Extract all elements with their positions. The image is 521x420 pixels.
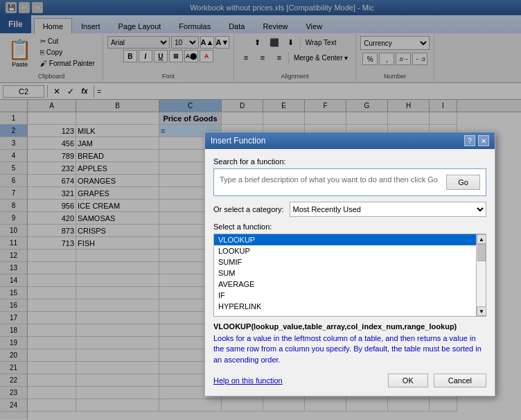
func-description: Looks for a value in the leftmost column… <box>213 333 486 365</box>
modal-footer: Help on this function OK Cancel <box>213 371 486 387</box>
modal-close-icon[interactable]: ✕ <box>478 135 489 146</box>
search-row: Type a brief description of what you wan… <box>220 175 480 190</box>
function-label: Select a function: <box>213 222 486 231</box>
category-label: Or select a category: <box>213 205 284 213</box>
func-syntax: VLOOKUP(lookup_value,table_array,col_ind… <box>213 322 486 331</box>
scroll-thumb[interactable] <box>477 244 486 261</box>
func-item-sum[interactable]: SUM <box>214 268 486 279</box>
func-item-average[interactable]: AVERAGE <box>214 279 486 290</box>
modal-help-icon[interactable]: ? <box>464 135 475 146</box>
category-row: Or select a category: Most Recently Used… <box>213 202 486 217</box>
search-label: Search for a function: <box>213 157 486 166</box>
func-item-sumif[interactable]: SUMIF <box>214 256 486 268</box>
func-item-if[interactable]: IF <box>214 290 486 301</box>
func-item-hyperlink[interactable]: HYPERLINK <box>214 301 486 312</box>
modal-title: Insert Function <box>211 136 265 146</box>
modal-footer-buttons: OK Cancel <box>388 374 486 387</box>
category-select[interactable]: Most Recently Used All Financial Date & … <box>290 202 487 217</box>
modal-title-icons: ? ✕ <box>464 135 489 146</box>
go-button[interactable]: Go <box>446 175 480 190</box>
scroll-down-button[interactable]: ▼ <box>477 306 486 316</box>
search-text: Type a brief description of what you wan… <box>220 175 443 185</box>
modal-titlebar: Insert Function ? ✕ <box>205 132 495 149</box>
scroll-up-button[interactable]: ▲ <box>477 234 486 244</box>
list-scrollbar[interactable]: ▲ ▼ <box>476 234 486 316</box>
ok-button[interactable]: OK <box>388 374 428 387</box>
modal-overlay: Insert Function ? ✕ Search for a functio… <box>0 0 521 420</box>
modal-body: Search for a function: Type a brief desc… <box>205 149 495 396</box>
func-item-lookup[interactable]: LOOKUP <box>214 245 486 256</box>
cancel-button[interactable]: Cancel <box>434 374 486 387</box>
insert-function-dialog: Insert Function ? ✕ Search for a functio… <box>204 132 495 396</box>
help-link[interactable]: Help on this function <box>213 376 283 385</box>
func-item-vlookup[interactable]: VLOOKUP <box>214 234 486 245</box>
function-list[interactable]: VLOOKUP LOOKUP SUMIF SUM AVERAGE IF HYPE… <box>213 234 486 317</box>
search-area: Type a brief description of what you wan… <box>213 168 486 196</box>
